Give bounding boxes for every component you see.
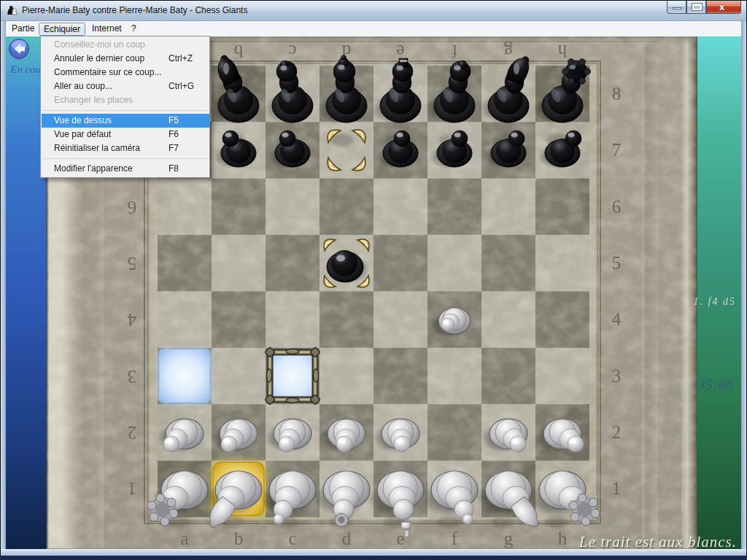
svg-text:1: 1 [612, 478, 622, 498]
svg-text:35:05: 35:05 [697, 377, 734, 392]
svg-text:4: 4 [127, 310, 136, 330]
svg-text:2: 2 [128, 423, 137, 443]
svg-text:6: 6 [128, 198, 137, 217]
svg-text:d: d [342, 529, 352, 548]
svg-text:1: 1 [128, 479, 137, 499]
svg-text:5: 5 [612, 253, 622, 273]
svg-text:3: 3 [612, 366, 622, 386]
svg-text:1. f4 d5: 1. f4 d5 [694, 296, 736, 307]
svg-text:g: g [503, 42, 513, 61]
svg-text:f: f [452, 529, 458, 548]
svg-text:h: h [557, 42, 567, 61]
svg-text:8: 8 [612, 84, 622, 104]
svg-text:6: 6 [612, 197, 622, 217]
svg-text:c: c [288, 529, 296, 548]
svg-text:g: g [504, 529, 514, 548]
svg-text:b: b [234, 42, 244, 61]
svg-text:4: 4 [612, 309, 622, 329]
svg-text:e: e [396, 529, 404, 548]
svg-text:f: f [451, 42, 457, 61]
svg-text:Le trait est aux blancs.: Le trait est aux blancs. [578, 533, 737, 549]
svg-text:3: 3 [128, 367, 137, 386]
svg-text:7: 7 [612, 140, 622, 160]
svg-text:2: 2 [612, 422, 622, 442]
svg-text:b: b [234, 529, 244, 548]
svg-text:a: a [180, 529, 188, 548]
svg-text:5: 5 [128, 254, 137, 273]
svg-text:h: h [558, 529, 568, 548]
svg-text:c: c [288, 42, 296, 61]
